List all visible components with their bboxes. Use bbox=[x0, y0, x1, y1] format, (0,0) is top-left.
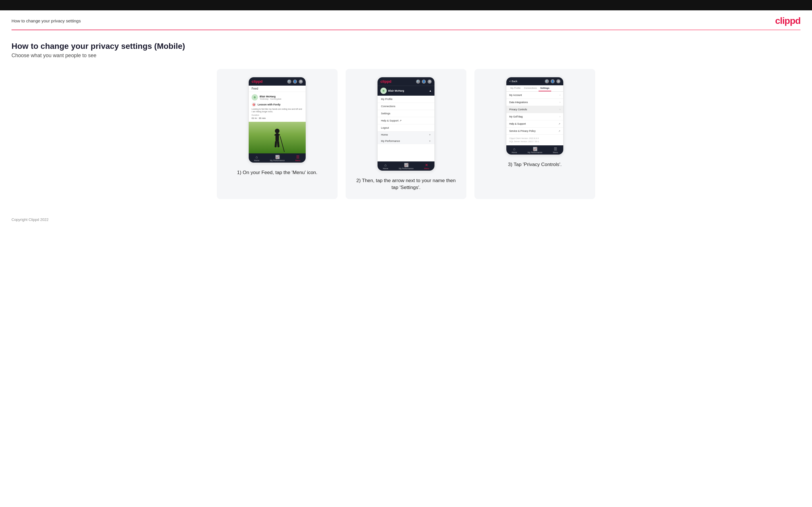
serviceprivacy-label: Service & Privacy Policy bbox=[509, 129, 536, 132]
tab-connections[interactable]: Connections bbox=[522, 85, 539, 91]
tab-settings[interactable]: Settings bbox=[539, 85, 551, 91]
menu-section-home-label: Home bbox=[381, 133, 388, 136]
search-icon-2[interactable]: 🔍 bbox=[416, 79, 420, 83]
nav-home[interactable]: ⌂ Home bbox=[254, 155, 259, 161]
home-label-2: Home bbox=[383, 167, 388, 169]
post-avatar: B bbox=[252, 94, 258, 101]
performance-icon-3: 📈 bbox=[533, 147, 538, 151]
step2-caption: 2) Then, tap the arrow next to your name… bbox=[353, 177, 459, 191]
menu-label: Menu bbox=[295, 159, 301, 161]
search-icon[interactable]: 🔍 bbox=[287, 79, 291, 83]
phone2-logo: clippd bbox=[380, 79, 391, 83]
tab-myprofile[interactable]: My Profile bbox=[509, 85, 522, 91]
phone3-topbar: < Back 🔍 👤 ⚙ bbox=[506, 77, 563, 85]
list-item-serviceprivacy[interactable]: Service & Privacy Policy ↗ bbox=[506, 127, 563, 135]
post-username: Blair McHarg bbox=[260, 95, 282, 98]
menu-item-settings[interactable]: Settings bbox=[377, 110, 435, 117]
duration-label: Duration bbox=[252, 114, 303, 116]
menu-list: My Profile Connections Settings Help & S… bbox=[377, 96, 435, 131]
menu-icon: ☰ bbox=[296, 155, 300, 159]
lesson-icon: 🎯 bbox=[252, 102, 256, 107]
performance-icon-2: 📈 bbox=[404, 163, 409, 167]
mygolfbag-label: My Golf Bag bbox=[509, 115, 523, 118]
phone1-icons: 🔍 👤 ⚙ bbox=[287, 79, 303, 83]
menu-item-logout[interactable]: Logout bbox=[377, 124, 435, 131]
menu-item-connections[interactable]: Connections bbox=[377, 103, 435, 110]
external-link-icon: ↗ bbox=[558, 123, 560, 125]
menu-chevron-up: ▲ bbox=[429, 89, 432, 92]
chevron-right-icon-4: › bbox=[560, 115, 560, 118]
list-item-privacycontrols[interactable]: Privacy Controls › bbox=[506, 106, 563, 113]
phone3-bottom-nav: ⌂ Home 📈 My Performance ☰ Menu bbox=[506, 145, 563, 155]
phone2-bottom-nav: ⌂ Home 📈 My Performance ✕ Menu bbox=[377, 161, 435, 171]
menu-section-performance[interactable]: My Performance ▼ bbox=[377, 138, 435, 144]
menu-item-profile[interactable]: My Profile bbox=[377, 96, 435, 103]
search-icon-3[interactable]: 🔍 bbox=[545, 79, 549, 83]
header-title: How to change your privacy settings bbox=[11, 18, 81, 23]
version-info: Clippd Client Version: 2022.8.3-3 GQL Se… bbox=[506, 135, 563, 145]
step1-caption: 1) On your Feed, tap the 'Menu' icon. bbox=[237, 169, 317, 176]
menu-item-help[interactable]: Help & Support ↗ bbox=[377, 117, 435, 124]
feed-tab[interactable]: Feed bbox=[249, 86, 306, 92]
home-icon-2: ⌂ bbox=[385, 163, 387, 167]
nav-menu[interactable]: ☰ Menu bbox=[295, 155, 301, 161]
nav2-close[interactable]: ✕ Menu bbox=[424, 163, 429, 169]
list-item-mygolfbag[interactable]: My Golf Bag › bbox=[506, 113, 563, 120]
phone-mockup-2: clippd 🔍 👤 ⚙ B Blair McHarg ▲ bbox=[377, 77, 435, 171]
menu-section: Home ▼ My Performance ▼ bbox=[377, 131, 435, 144]
user-icon-2[interactable]: 👤 bbox=[422, 79, 426, 83]
golf-image bbox=[249, 122, 306, 153]
duration-val: 01 hr : 30 min bbox=[252, 117, 303, 119]
user-icon-3[interactable]: 👤 bbox=[551, 79, 555, 83]
menu-section-home[interactable]: Home ▼ bbox=[377, 131, 435, 138]
nav2-home[interactable]: ⌂ Home bbox=[383, 163, 388, 169]
phone3-tabs: My Profile Connections Settings bbox=[506, 85, 563, 92]
svg-line-6 bbox=[280, 136, 285, 152]
menu-user-row[interactable]: B Blair McHarg ▲ bbox=[377, 86, 435, 96]
lesson-text: Looking to feel like my hands are exitin… bbox=[252, 108, 303, 113]
steps-row: clippd 🔍 👤 ⚙ Feed B Blair McHarg bbox=[11, 69, 801, 199]
back-label: Back bbox=[511, 80, 517, 83]
settings-icon-3[interactable]: ⚙ bbox=[556, 79, 560, 83]
nav3-home[interactable]: ⌂ Home bbox=[511, 147, 517, 153]
back-button[interactable]: < Back bbox=[509, 80, 517, 83]
home-icon-3: ⌂ bbox=[513, 147, 515, 151]
list-item-dataintegrations[interactable]: Data Integrations › bbox=[506, 99, 563, 106]
phone1-topbar: clippd 🔍 👤 ⚙ bbox=[249, 77, 306, 86]
chevron-down-icon: ▼ bbox=[429, 133, 431, 136]
list-item-myaccount[interactable]: My Account › bbox=[506, 92, 563, 99]
home-label: Home bbox=[254, 159, 259, 161]
nav3-performance[interactable]: 📈 My Performance bbox=[527, 147, 542, 153]
phone1-logo: clippd bbox=[252, 79, 262, 83]
chevron-down-icon-2: ▼ bbox=[429, 140, 431, 143]
close-label: Menu bbox=[424, 167, 429, 169]
external-link-icon-2: ↗ bbox=[558, 130, 560, 132]
nav3-menu[interactable]: ☰ Menu bbox=[553, 147, 558, 153]
privacycontrols-label: Privacy Controls bbox=[509, 108, 527, 111]
menu-username: Blair McHarg bbox=[388, 89, 404, 92]
menu-label-3: Menu bbox=[553, 151, 558, 153]
version-client: Clippd Client Version: 2022.8.3-3 bbox=[509, 137, 560, 140]
chevron-right-icon-3: › bbox=[560, 108, 560, 111]
settings-icon[interactable]: ⚙ bbox=[299, 79, 303, 83]
lesson-title: Lesson with Fordy bbox=[258, 103, 281, 106]
user-icon[interactable]: 👤 bbox=[293, 79, 297, 83]
phone2-topbar: clippd 🔍 👤 ⚙ bbox=[377, 77, 435, 86]
settings-icon-2[interactable]: ⚙ bbox=[427, 79, 432, 83]
page-heading: How to change your privacy settings (Mob… bbox=[11, 42, 801, 51]
list-item-helpsupport[interactable]: Help & Support ↗ bbox=[506, 120, 563, 127]
menu-user-info: B Blair McHarg bbox=[380, 88, 404, 94]
menu-icon-3: ☰ bbox=[554, 147, 557, 151]
logo: clippd bbox=[775, 15, 801, 26]
nav2-performance[interactable]: 📈 My Performance bbox=[399, 163, 413, 169]
step3-caption: 3) Tap 'Privacy Controls'. bbox=[508, 161, 562, 168]
nav-performance[interactable]: 📈 My Performance bbox=[270, 155, 285, 161]
lesson-header: 🎯 Lesson with Fordy bbox=[252, 102, 303, 107]
main-content: How to change your privacy settings (Mob… bbox=[0, 30, 812, 211]
phone1-bottom-nav: ⌂ Home 📈 My Performance ☰ Menu bbox=[249, 153, 306, 163]
svg-rect-5 bbox=[277, 141, 280, 148]
copyright: Copyright Clippd 2022 bbox=[11, 217, 49, 222]
performance-label-2: My Performance bbox=[399, 167, 413, 169]
menu-spacer bbox=[377, 144, 435, 161]
step-2-card: clippd 🔍 👤 ⚙ B Blair McHarg ▲ bbox=[346, 69, 466, 199]
